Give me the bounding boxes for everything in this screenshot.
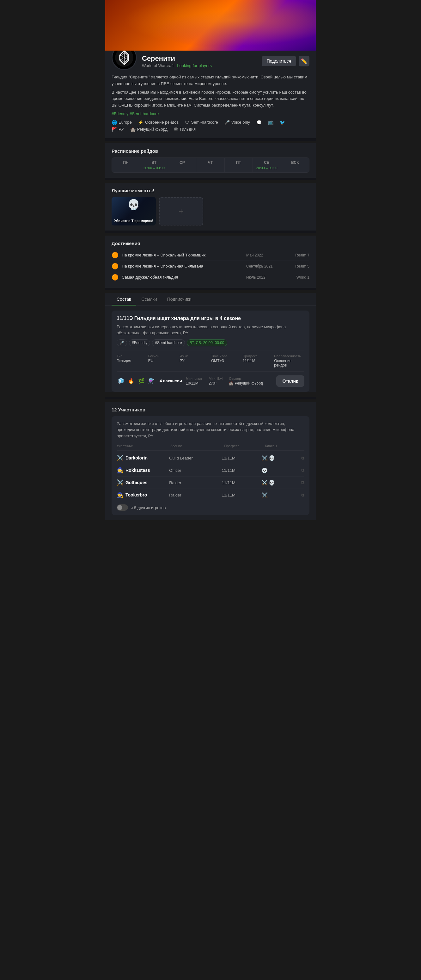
guild-game: World of Warcraft · Looking for players [142, 63, 262, 68]
twitch-icon: 📺 [268, 120, 273, 125]
server-value: 🏰 Ревущий фьорд [229, 381, 263, 385]
member-classes-1: ⚔️ 💀 [261, 455, 300, 461]
info-twitter[interactable]: 🐦 [280, 120, 285, 125]
min-exp-label: Мин. опыт [186, 377, 203, 380]
guild-description: Гильдия "Серенити" является одной из сам… [111, 74, 310, 109]
member-icon-4: 🧙 [117, 492, 124, 498]
info-discord[interactable]: 💬 [256, 120, 262, 125]
info-twitch[interactable]: 📺 [268, 120, 273, 125]
member-name-rokk1stass: 🧙 Rokk1stass [117, 467, 168, 474]
copy-icon-4[interactable]: ⧉ [301, 492, 304, 498]
schedule-grid: ПН ВТ 20:00 – 00:00 СР ЧТ ПТ СБ 20:00 – … [111, 158, 310, 173]
profile-section: Серенити World of Warcraft · Looking for… [105, 51, 316, 138]
recruitment-card: 11/11Э Гильдия ищет хилера для игры в 4 … [111, 310, 310, 392]
recruit-meta: Тип Гильдия Регион EU Язык РУ Time Zone … [117, 350, 304, 368]
lightning-icon: ⚡ [138, 120, 143, 125]
member-row-2: 🧙 Rokk1stass Officer 11/11M 💀 ⧉ [117, 464, 304, 477]
copy-icon-1[interactable]: ⧉ [301, 455, 304, 461]
recruit-badges: 🎤 #Friendly #Semi-hardcore ВТ, СБ: 20:00… [117, 339, 304, 346]
member-classes-4: ⚔️ [261, 492, 300, 498]
shield-icon: 🛡 [185, 120, 189, 125]
member-icon-3: ⚔️ [117, 479, 124, 486]
members-card: Рассмотрим заявки от любого игрока для р… [111, 416, 310, 515]
member-name-darkolorin: ⚔️ Darkolorin [117, 454, 168, 461]
add-highlight-icon: + [179, 206, 184, 216]
info-grid-2: 🚩 РУ 🏰 Ревущий фьорд 🏛 Гильдия [111, 127, 310, 132]
edit-button[interactable]: ✏️ [299, 56, 310, 67]
badge-schedule: ВТ, СБ: 20:00–00:00 [187, 339, 227, 346]
highlight-add-button[interactable]: + [159, 197, 203, 226]
schedule-day-mon: ПН [112, 158, 140, 172]
class-icon-3: 🌿 [137, 377, 146, 385]
th-members: Участники [117, 444, 169, 448]
member-icon-2: 🧙 [117, 467, 124, 474]
meta-language: Язык РУ [180, 354, 210, 368]
tab-subscribers[interactable]: Подписчики [162, 293, 197, 305]
recruit-footer: 🧊 🔥 🌿 ⚗️ 4 вакансии Мин. опыт 10/11M Мин… [117, 371, 304, 387]
members-table-header: Участники Звание Прогресс Классы [117, 443, 304, 451]
info-raiding: ⚡ Освоение рейдов [138, 120, 179, 125]
copy-icon-2[interactable]: ⧉ [301, 468, 304, 473]
member-rank-3: Raider [169, 480, 220, 485]
tab-links[interactable]: Ссылки [136, 293, 162, 305]
class-skull-icon-2: 💀 [261, 468, 268, 473]
class-skull-icon: 💀 [268, 455, 275, 461]
member-rank-1: Guild Leader [169, 456, 220, 460]
info-grid: 🌐 Europe ⚡ Освоение рейдов 🛡 Semi-hardco… [111, 120, 310, 125]
meta-region: Регион EU [148, 354, 179, 368]
schedule-day-fri: ПТ [225, 158, 253, 172]
toggle-knob [117, 505, 122, 510]
meta-progress: Прогресс 11/11M [243, 354, 273, 368]
badge-semihardcore: #Semi-hardcore [152, 339, 184, 346]
class-icon-2: 🔥 [127, 377, 136, 385]
class-icon-4: ⚗️ [147, 377, 156, 385]
ach-name-1: На кромке лезвия – Эпохальный Тюремщик [122, 253, 246, 258]
show-more-toggle[interactable] [117, 504, 128, 511]
members-description: Рассмотрим заявки от любого игрока для р… [117, 421, 304, 439]
copy-icon-3[interactable]: ⧉ [301, 480, 304, 485]
ach-name-2: На кромке лезвия – Эпохальная Сильвана [122, 264, 246, 269]
ach-date-3: Июль 2022 [246, 275, 281, 280]
class-sword-icon: ⚔️ [261, 455, 268, 461]
mic-icon: 🎤 [224, 120, 230, 125]
ach-rank-2: Realm 5 [287, 264, 310, 269]
tab-roster[interactable]: Состав [111, 293, 136, 305]
apply-button[interactable]: Отклик [276, 375, 304, 387]
info-type: 🏛 Гильдия [174, 127, 195, 132]
highlights-title: Лучшие моменты! [111, 188, 310, 193]
badge-friendly: #Friendly [129, 339, 150, 346]
ach-icon-2: 🟠 [111, 263, 119, 270]
guild-icon: 🏛 [174, 127, 178, 132]
highlight-item-1[interactable]: 💀 Убийство Тюремщика! [111, 197, 156, 226]
member-row-1: ⚔️ Darkolorin Guild Leader 11/11M ⚔️ 💀 ⧉ [117, 452, 304, 464]
share-button[interactable]: Поделиться [262, 56, 296, 66]
guild-name: Серенити [142, 54, 262, 63]
schedule-day-sun: ВСК [281, 158, 309, 172]
min-exp-info: Мин. опыт 10/11M [186, 377, 203, 385]
class-icons: 🧊 🔥 🌿 ⚗️ [117, 377, 156, 385]
globe-icon: 🌐 [111, 120, 117, 125]
member-progress-3: 11/11M [222, 480, 261, 485]
recruit-title: 11/11Э Гильдия ищет хилера для игры в 4 … [117, 316, 304, 321]
tabs-section: Состав Ссылки Подписчики 11/11Э Гильдия … [105, 293, 316, 392]
guild-banner [105, 0, 316, 51]
ach-date-1: Май 2022 [246, 253, 281, 258]
class-sword-icon-4: ⚔️ [261, 492, 268, 498]
member-progress-1: 11/11M [222, 456, 261, 460]
class-skull-icon-3: 💀 [268, 480, 275, 486]
profile-header: Серенити World of Warcraft · Looking for… [111, 51, 310, 70]
looking-for-players-badge: Looking for players [177, 63, 212, 68]
ach-date-2: Сентябрь 2021 [246, 264, 281, 269]
schedule-day-tue: ВТ 20:00 – 00:00 [140, 158, 168, 172]
member-classes-3: ⚔️ 💀 [261, 480, 300, 486]
th-rank: Звание [170, 444, 223, 448]
member-classes-2: 💀 [261, 468, 300, 473]
achievements-title: Достижения [111, 241, 310, 246]
th-classes: Классы [265, 444, 304, 448]
highlights-section: Лучшие моменты! 💀 Убийство Тюремщика! + [105, 183, 316, 231]
member-name-gothiques: ⚔️ Gothiques [117, 479, 168, 486]
badge-mic: 🎤 [117, 339, 127, 346]
member-rank-4: Raider [169, 493, 220, 498]
vacancies-count: 4 вакансии [160, 379, 182, 383]
info-hardcore: 🛡 Semi-hardcore [185, 120, 218, 125]
